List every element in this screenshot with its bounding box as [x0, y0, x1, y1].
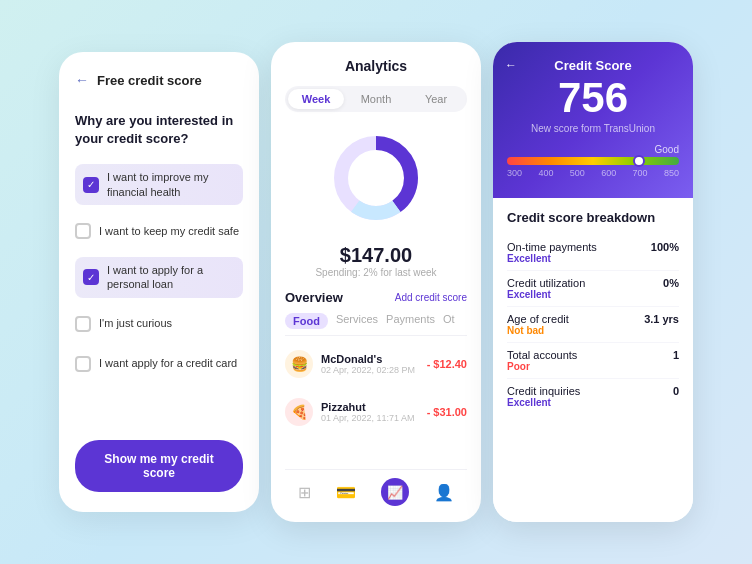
credit-score-title: Credit Score: [507, 58, 679, 73]
on-time-name: On-time payments: [507, 241, 597, 253]
option-2-row[interactable]: I want to keep my credit safe: [75, 217, 243, 245]
option-2-label: I want to keep my credit safe: [99, 224, 239, 238]
breakdown-age-of-credit: Age of credit Not bad 3.1 yrs: [507, 307, 679, 343]
screen1-header: ← Free credit score: [75, 72, 243, 88]
tab-month[interactable]: Month: [348, 89, 404, 109]
overview-row: Overview Add credit score: [285, 290, 467, 305]
gauge-indicator: [633, 155, 645, 167]
util-name: Credit utilization: [507, 277, 585, 289]
trans-1-date: 02 Apr, 2022, 02:28 PM: [321, 365, 419, 375]
breakdown-title: Credit score breakdown: [507, 210, 679, 225]
on-time-status: Excellent: [507, 253, 597, 264]
checkbox-4[interactable]: [75, 316, 91, 332]
donut-chart: [285, 128, 467, 228]
option-5-label: I want apply for a credit card: [99, 356, 237, 370]
breakdown-credit-util: Credit utilization Excellent 0%: [507, 271, 679, 307]
trans-2-info: Pizzahut 01 Apr, 2022, 11:71 AM: [321, 401, 419, 423]
gauge-num-850: 850: [664, 168, 679, 178]
accounts-value: 1: [673, 349, 679, 361]
trans-1-name: McDonald's: [321, 353, 419, 365]
credit-score-value: 756: [507, 77, 679, 119]
screen-analytics: Analytics Week Month Year $147.00 Spendi…: [271, 42, 481, 522]
util-value: 0%: [663, 277, 679, 289]
gauge-bar: [507, 157, 679, 165]
transaction-2: 🍕 Pizzahut 01 Apr, 2022, 11:71 AM - $31.…: [285, 392, 467, 432]
checkbox-1[interactable]: [83, 177, 99, 193]
trans-2-name: Pizzahut: [321, 401, 419, 413]
cat-other[interactable]: Ot: [443, 313, 455, 329]
breakdown-accounts-left: Total accounts Poor: [507, 349, 577, 372]
gauge-num-500: 500: [570, 168, 585, 178]
age-status: Not bad: [507, 325, 569, 336]
screens-container: ← Free credit score Why are you interest…: [59, 42, 693, 522]
checkbox-3[interactable]: [83, 269, 99, 285]
credit-back-icon[interactable]: ←: [505, 58, 517, 72]
option-1-label: I want to improve my financial health: [107, 170, 235, 199]
breakdown-credit-inquiries: Credit inquiries Excellent 0: [507, 379, 679, 414]
period-tab-row: Week Month Year: [285, 86, 467, 112]
screen-free-credit-score: ← Free credit score Why are you interest…: [59, 52, 259, 512]
nav-chart-icon[interactable]: 📈: [381, 478, 409, 506]
on-time-value: 100%: [651, 241, 679, 253]
accounts-name: Total accounts: [507, 349, 577, 361]
nav-grid-icon[interactable]: ⊞: [298, 483, 311, 502]
option-3-row[interactable]: I want to apply for a personal loan: [75, 257, 243, 298]
add-credit-link[interactable]: Add credit score: [395, 292, 467, 303]
spending-amount: $147.00: [285, 244, 467, 267]
breakdown-on-time-payments: On-time payments Excellent 100%: [507, 235, 679, 271]
option-3-label: I want to apply for a personal loan: [107, 263, 235, 292]
trans-2-amount: - $31.00: [427, 406, 467, 418]
checkbox-5[interactable]: [75, 356, 91, 372]
cat-payments[interactable]: Payments: [386, 313, 435, 329]
question-text: Why are you interested in your credit sc…: [75, 112, 243, 148]
option-5-row[interactable]: I want apply for a credit card: [75, 350, 243, 378]
gauge-num-700: 700: [633, 168, 648, 178]
trans-1-info: McDonald's 02 Apr, 2022, 02:28 PM: [321, 353, 419, 375]
inquiries-name: Credit inquiries: [507, 385, 580, 397]
age-name: Age of credit: [507, 313, 569, 325]
util-status: Excellent: [507, 289, 585, 300]
gauge-num-600: 600: [601, 168, 616, 178]
bottom-nav: ⊞ 💳 📈 👤: [285, 469, 467, 506]
back-arrow-icon[interactable]: ←: [75, 72, 89, 88]
nav-profile-icon[interactable]: 👤: [434, 483, 454, 502]
tab-week[interactable]: Week: [288, 89, 344, 109]
show-credit-score-button[interactable]: Show me my credit score: [75, 440, 243, 492]
trans-2-date: 01 Apr, 2022, 11:71 AM: [321, 413, 419, 423]
analytics-title: Analytics: [285, 58, 467, 74]
spending-label: Spending: 2% for last week: [285, 267, 467, 278]
checkbox-2[interactable]: [75, 223, 91, 239]
credit-score-source: New score form TransUnion: [507, 123, 679, 134]
option-4-row[interactable]: I'm just curious: [75, 310, 243, 338]
category-tabs: Food Services Payments Ot: [285, 313, 467, 336]
overview-title: Overview: [285, 290, 343, 305]
breakdown-util-left: Credit utilization Excellent: [507, 277, 585, 300]
gauge-numbers: 300 400 500 600 700 850: [507, 168, 679, 178]
credit-gauge-area: Good 300 400 500 600 700 850: [507, 144, 679, 178]
age-value: 3.1 yrs: [644, 313, 679, 325]
option-1-row[interactable]: I want to improve my financial health: [75, 164, 243, 205]
screen1-title: Free credit score: [97, 73, 202, 88]
credit-breakdown: Credit score breakdown On-time payments …: [493, 198, 693, 522]
pizzahut-icon: 🍕: [285, 398, 313, 426]
breakdown-total-accounts: Total accounts Poor 1: [507, 343, 679, 379]
gauge-num-400: 400: [538, 168, 553, 178]
inquiries-status: Excellent: [507, 397, 580, 408]
accounts-status: Poor: [507, 361, 577, 372]
amount-section: $147.00 Spending: 2% for last week: [285, 244, 467, 278]
trans-1-amount: - $12.40: [427, 358, 467, 370]
breakdown-on-time-left: On-time payments Excellent: [507, 241, 597, 264]
screen-credit-score: ← Credit Score 756 New score form TransU…: [493, 42, 693, 522]
credit-header: ← Credit Score 756 New score form TransU…: [493, 42, 693, 198]
breakdown-age-left: Age of credit Not bad: [507, 313, 569, 336]
cat-services[interactable]: Services: [336, 313, 378, 329]
inquiries-value: 0: [673, 385, 679, 397]
nav-wallet-icon[interactable]: 💳: [336, 483, 356, 502]
tab-year[interactable]: Year: [408, 89, 464, 109]
breakdown-inquiries-left: Credit inquiries Excellent: [507, 385, 580, 408]
mcdonalds-icon: 🍔: [285, 350, 313, 378]
gauge-num-300: 300: [507, 168, 522, 178]
gauge-label: Good: [507, 144, 679, 155]
cat-food[interactable]: Food: [285, 313, 328, 329]
transaction-1: 🍔 McDonald's 02 Apr, 2022, 02:28 PM - $1…: [285, 344, 467, 384]
